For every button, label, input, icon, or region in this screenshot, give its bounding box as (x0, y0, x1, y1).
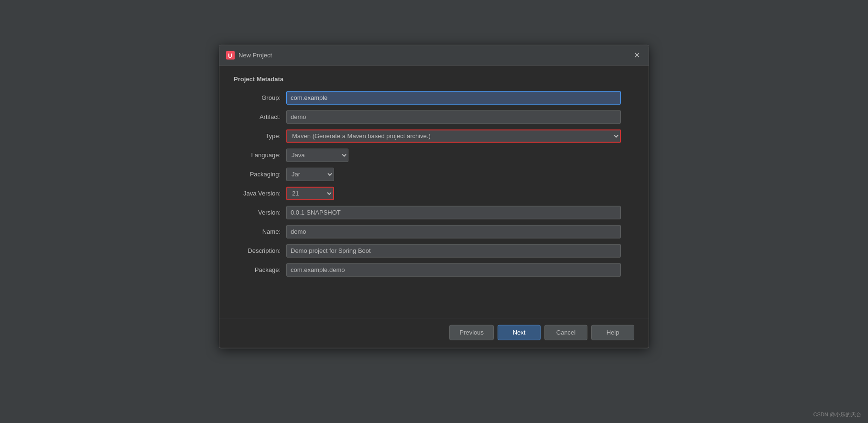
help-button[interactable]: Help (591, 325, 634, 340)
language-select[interactable]: Java Kotlin Groovy (286, 148, 348, 162)
description-row: Description: (234, 244, 634, 257)
packaging-select[interactable]: Jar War (286, 167, 334, 181)
type-select[interactable]: Maven (Generate a Maven based project ar… (286, 129, 621, 142)
description-label: Description: (234, 247, 286, 254)
close-button[interactable]: ✕ (631, 50, 642, 60)
packaging-control: Jar War (286, 167, 621, 181)
java-version-control: 17 21 22 (286, 186, 621, 200)
name-row: Name: (234, 225, 634, 238)
watermark: CSDN @小乐的天台 (814, 411, 861, 418)
type-control: Maven (Generate a Maven based project ar… (286, 129, 621, 142)
previous-button[interactable]: Previous (449, 325, 494, 340)
artifact-row: Artifact: (234, 110, 634, 123)
next-button[interactable]: Next (498, 325, 541, 340)
package-row: Package: (234, 263, 634, 276)
group-input[interactable] (286, 91, 621, 104)
dialog-title: New Project (239, 52, 631, 59)
name-label: Name: (234, 228, 286, 235)
language-row: Language: Java Kotlin Groovy (234, 148, 634, 162)
group-control (286, 91, 621, 104)
artifact-control (286, 110, 621, 123)
java-version-select[interactable]: 17 21 22 (286, 186, 334, 200)
package-input[interactable] (286, 263, 621, 276)
version-control (286, 206, 621, 219)
version-row: Version: (234, 206, 634, 219)
packaging-label: Packaging: (234, 171, 286, 178)
app-icon: U (226, 51, 235, 59)
name-control (286, 225, 621, 238)
version-input[interactable] (286, 206, 621, 219)
section-title: Project Metadata (234, 75, 634, 82)
language-control: Java Kotlin Groovy (286, 148, 621, 162)
type-label: Type: (234, 132, 286, 140)
name-input[interactable] (286, 225, 621, 238)
packaging-row: Packaging: Jar War (234, 167, 634, 181)
type-row: Type: Maven (Generate a Maven based proj… (234, 129, 634, 142)
group-label: Group: (234, 94, 286, 101)
java-version-label: Java Version: (234, 190, 286, 197)
svg-text:U: U (228, 52, 232, 59)
dialog-footer: Previous Next Cancel Help (219, 318, 649, 347)
artifact-label: Artifact: (234, 113, 286, 120)
artifact-input[interactable] (286, 110, 621, 123)
cancel-button[interactable]: Cancel (544, 325, 587, 340)
dialog-overlay: U New Project ✕ Project Metadata Group: … (0, 0, 868, 423)
description-control (286, 244, 621, 257)
package-control (286, 263, 621, 276)
new-project-dialog: U New Project ✕ Project Metadata Group: … (219, 44, 649, 348)
dialog-body: Project Metadata Group: Artifact: Type: (219, 65, 649, 290)
titlebar: U New Project ✕ (219, 45, 649, 65)
java-version-row: Java Version: 17 21 22 (234, 186, 634, 200)
group-row: Group: (234, 91, 634, 104)
language-label: Language: (234, 152, 286, 159)
package-label: Package: (234, 266, 286, 273)
version-label: Version: (234, 209, 286, 216)
description-input[interactable] (286, 244, 621, 257)
